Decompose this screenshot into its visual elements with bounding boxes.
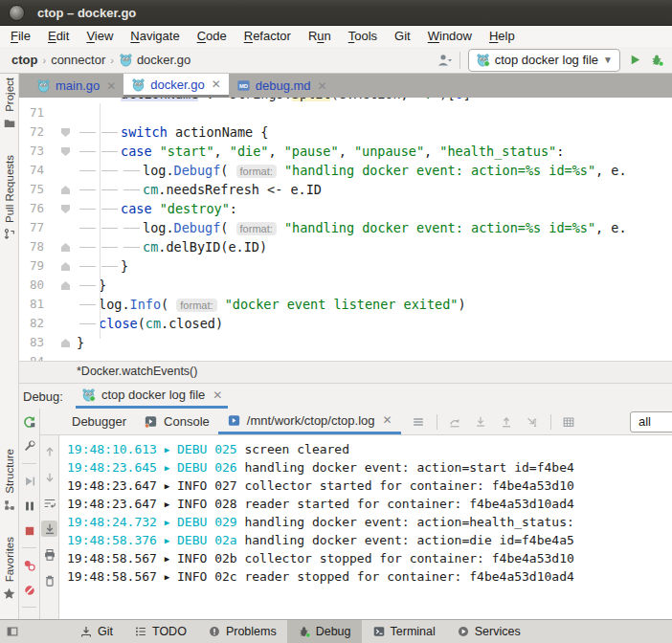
menu-item-tools[interactable]: Tools	[340, 26, 386, 47]
gutter-fold-column	[44, 199, 77, 218]
settings-wrench-icon[interactable]	[21, 438, 37, 455]
statusbar-item-git[interactable]: Git	[69, 620, 123, 643]
log-arrow-icon: ▶	[165, 572, 169, 582]
menu-item-window[interactable]: Window	[419, 26, 481, 47]
debug-tab--mnt-work-ctop-ctop-log[interactable]: /mnt/work/ctop/ctop.log✕	[218, 409, 401, 434]
code-token: .needsRefresh <- e.ID	[158, 182, 322, 197]
fold-marker-icon[interactable]	[61, 128, 70, 137]
stripe-label: Favorites	[4, 537, 15, 582]
fold-marker-icon[interactable]	[61, 262, 70, 271]
line-number: 84	[19, 352, 44, 361]
code-line[interactable]: 80}	[19, 276, 672, 295]
menu-item-file[interactable]: File	[2, 26, 39, 47]
jump-to-caret-icon[interactable]	[525, 413, 541, 430]
log-filter-select[interactable]: all	[630, 411, 672, 432]
prev-occurrence-button[interactable]	[41, 443, 57, 459]
menu-item-run[interactable]: Run	[300, 26, 340, 47]
log-console[interactable]: 19:48:10.613 ▶ DEBU 025 screen cleared19…	[59, 435, 672, 619]
sidebar-item-structure[interactable]: Structure	[3, 449, 16, 512]
rerun-button[interactable]	[21, 413, 37, 430]
menu-item-edit[interactable]: Edit	[39, 26, 78, 47]
sidebar-item-pull-requests[interactable]: Pull Requests	[3, 155, 16, 241]
jump-to-previous-icon[interactable]	[447, 413, 463, 430]
statusbar-item-services[interactable]: Services	[446, 620, 531, 643]
code-token: format:	[236, 165, 277, 178]
fold-marker-icon[interactable]	[61, 281, 70, 290]
window-menu-button[interactable]	[9, 5, 25, 21]
move-down-icon[interactable]	[473, 413, 489, 430]
soft-wrap-toggle[interactable]	[41, 495, 57, 511]
fold-marker-icon[interactable]	[61, 339, 70, 347]
fold-marker-icon[interactable]	[61, 147, 70, 156]
menu-item-code[interactable]: Code	[189, 26, 235, 47]
sidebar-item-project[interactable]: Project	[3, 78, 16, 130]
toolwindow-corner-icon[interactable]	[0, 620, 25, 643]
print-button[interactable]	[41, 546, 57, 563]
editor-tab-debug.md[interactable]: MDdebug.md✕	[229, 74, 335, 98]
statusbar-item-todo[interactable]: TODO	[123, 620, 197, 643]
code-line[interactable]: 75cm.needsRefresh <- e.ID	[19, 180, 672, 199]
code-line[interactable]: 76case "destroy":	[19, 199, 672, 218]
resume-button[interactable]	[21, 473, 37, 489]
debug-session-tab[interactable]: ctop docker log file ✕	[76, 384, 228, 409]
code-line[interactable]: 84	[19, 352, 672, 361]
close-icon[interactable]: ✕	[210, 78, 221, 90]
editor-tab-docker.go[interactable]: docker.go✕	[123, 74, 228, 98]
close-icon[interactable]: ✕	[380, 414, 392, 426]
breadcrumb-file[interactable]: docker.go	[137, 53, 190, 67]
menu-item-refactor[interactable]: Refactor	[235, 26, 300, 47]
code-line[interactable]: 83}	[19, 333, 672, 352]
tab-whitespace-mark	[77, 276, 99, 295]
tab-whitespace-mark	[77, 314, 99, 333]
code-line[interactable]: 77log.Debugf( format: "handling docker e…	[19, 218, 672, 237]
breadcrumb-package[interactable]: connector	[51, 53, 105, 67]
statusbar-item-problems[interactable]: Problems	[197, 620, 287, 643]
code-token: cm	[143, 239, 158, 255]
move-up-icon[interactable]	[499, 413, 515, 430]
code-token	[152, 201, 160, 216]
debug-tab-debugger[interactable]: Debugger	[63, 409, 135, 434]
code-line[interactable]: 82close(cm.closed)	[19, 314, 672, 333]
code-line[interactable]: 71	[19, 103, 672, 122]
code-line[interactable]: 72switch actionName {	[19, 122, 672, 142]
statusbar-item-terminal[interactable]: Terminal	[362, 620, 446, 643]
vcs-user-icon[interactable]	[437, 53, 452, 68]
run-button[interactable]	[628, 53, 642, 67]
code-line[interactable]: actionName := strings.Split(e.Action, ":…	[19, 98, 672, 103]
editor-tab-main.go[interactable]: main.go✕	[29, 74, 123, 98]
fold-marker-icon[interactable]	[61, 205, 70, 213]
breadcrumb-separator: ›	[41, 55, 47, 66]
menu-item-view[interactable]: View	[78, 26, 122, 47]
menu-item-navigate[interactable]: Navigate	[122, 26, 188, 47]
stop-button[interactable]	[21, 522, 37, 539]
sidebar-item-favorites[interactable]: Favorites	[2, 537, 16, 601]
view-breakpoints-button[interactable]	[21, 557, 37, 573]
menu-item-git[interactable]: Git	[386, 26, 419, 47]
statusbar-item-debug[interactable]: Debug	[287, 620, 362, 643]
context-function-label[interactable]: *Docker.watchEvents()	[77, 365, 197, 378]
scroll-to-end-toggle[interactable]	[41, 521, 57, 537]
menu-item-help[interactable]: Help	[481, 26, 524, 47]
layout-grid-icon[interactable]	[561, 413, 577, 430]
run-configuration-select[interactable]: ctop docker log file ▼	[468, 49, 620, 72]
next-occurrence-button[interactable]	[41, 469, 57, 485]
clear-console-button[interactable]	[41, 572, 57, 588]
options-menu-icon[interactable]	[411, 413, 427, 430]
close-icon[interactable]: ✕	[211, 389, 222, 401]
debug-button[interactable]	[650, 53, 664, 67]
code-line[interactable]: 73case "start", "die", "pause", "unpause…	[19, 142, 672, 161]
fold-marker-icon[interactable]	[61, 243, 70, 252]
code-line[interactable]: 74log.Debugf( format: "handling docker e…	[19, 161, 672, 180]
close-icon[interactable]: ✕	[104, 80, 116, 92]
code-line[interactable]: 81log.Info( format: "docker event listen…	[19, 295, 672, 314]
pause-button[interactable]	[21, 498, 37, 514]
debug-tab-console[interactable]: Console	[135, 409, 218, 434]
code-line[interactable]: 79}	[19, 256, 672, 276]
fold-marker-icon[interactable]	[61, 186, 70, 194]
mute-breakpoints-button[interactable]	[21, 582, 37, 598]
code-editor[interactable]: actionName := strings.Split(e.Action, ":…	[19, 98, 672, 361]
code-line[interactable]: 78cm.delByID(e.ID)	[19, 237, 672, 256]
breadcrumb-project[interactable]: ctop	[11, 53, 37, 67]
close-icon[interactable]: ✕	[316, 80, 327, 92]
code-text: case "destroy":	[77, 199, 672, 218]
